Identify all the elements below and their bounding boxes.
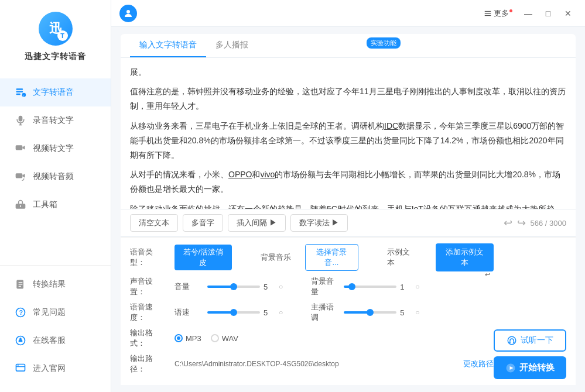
speed-slider[interactable] [207,311,260,314]
number-read-button[interactable]: 数字读法 ▶ [290,214,348,232]
svg-rect-8 [16,145,23,150]
speed-label: 语速 [175,307,198,318]
volume-label: 音量 [175,281,198,292]
svg-point-27 [508,336,516,345]
minimize-button[interactable]: — [519,5,537,22]
settings-left: 语音类型： 若兮/活泼俏皮 背景音乐 选择背景音... 示例文本 [130,243,494,379]
experiment-badge: 实验功能 [367,37,401,49]
add-example-button[interactable]: 添加示例文本 [436,243,494,271]
convert-label: 开始转换 [519,362,555,373]
svg-rect-29 [513,342,514,343]
mp3-radio[interactable] [175,334,183,342]
tab-text-to-speech[interactable]: 输入文字转语音 [130,34,206,57]
toolbox-icon [14,198,27,211]
titlebar: 更多 — □ ✕ [111,0,585,27]
text-content-p2: 值得注意的是，韩钟照并没有移动业务的经验，这也对应了今年11月三星电子刚刚推出的… [130,84,566,114]
sound-setting-label: 声音设置： [130,276,165,297]
svg-rect-0 [16,88,23,90]
video-to-text-icon [14,142,27,155]
svg-rect-1 [16,91,23,93]
content-area: 输入文字转语音 多人播报 实验功能 展。 值得注意的是，韩钟照并没有移动业务的经… [111,27,585,392]
mp3-label: MP3 [186,334,201,343]
undo-redo-group: ↩ ↪ [504,216,526,229]
listen-button[interactable]: 试听一下 [494,329,566,352]
sidebar-item-online-service[interactable]: 在线客服 [0,326,111,355]
sidebar-item-label-video-to-text: 视频转文字 [33,143,74,154]
settings-row-5: 输出路径： C:\Users\Administrator.DESKTOP-4SG… [130,353,494,374]
tab-multi-broadcast[interactable]: 多人播报 [206,34,258,57]
wav-label: WAV [222,334,238,343]
titlebar-left [119,5,479,22]
sidebar-item-video-to-audio[interactable]: 视频转音频 [0,163,111,191]
sidebar-item-label-convert-result: 转换结果 [33,279,66,290]
user-avatar [119,5,137,22]
host-tone-slider[interactable] [344,311,396,314]
more-label: 更多 [494,8,509,19]
select-music-button[interactable]: 选择背景音... [305,244,358,271]
volume-slider[interactable] [207,286,260,288]
sidebar-item-convert-result[interactable]: 转换结果 [0,270,111,298]
sidebar-item-official-site[interactable]: 进入官网 [0,355,111,383]
sidebar-item-toolbox[interactable]: 工具箱 [0,191,111,219]
logo-circle: 迅 T [39,12,73,46]
main-area: 更多 — □ ✕ 输入文字转语音 多人播报 实验功能 展。 值得注意的是，韩钟照… [111,0,585,392]
settings-row-4: 输出格式： MP3 WAV [130,328,494,349]
logo-sub: T [57,30,68,41]
text-panel[interactable]: 展。 值得注意的是，韩钟照并没有移动业务的经验，这也对应了今年11月三星电子刚刚… [121,58,576,209]
wav-radio[interactable] [211,334,219,342]
listen-label: 试听一下 [521,335,553,346]
more-button[interactable]: 更多 [479,6,517,21]
sidebar-item-video-to-text[interactable]: 视频转文字 [0,135,111,163]
sidebar-item-label-faq: 常见问题 [33,307,66,318]
bg-volume-label: 背景音量 [311,276,334,297]
maximize-button[interactable]: □ [539,5,557,22]
path-value: C:\Users\Administrator.DESKTOP-4SG5026\d… [175,360,454,368]
volume-slider-container: 5 ○ [207,283,283,291]
format-wav[interactable]: WAV [211,334,238,343]
polyphone-button[interactable]: 多音字 [183,214,223,232]
sidebar-item-audio-to-text[interactable]: 录音转文字 [0,106,111,135]
convert-button[interactable]: 开始转换 [494,356,566,379]
host-tone-value: 5 [400,308,412,317]
app-logo: 迅 T 迅捷文字转语音 [25,12,86,62]
voice-type-button[interactable]: 若兮/活泼俏皮 [175,245,232,270]
text-content-p1: 展。 [130,65,566,80]
volume-value: 5 [264,283,275,291]
clear-text-button[interactable]: 清空文本 [130,214,178,232]
sidebar-item-faq[interactable]: ? 常见问题 [0,298,111,326]
change-path-button[interactable]: 更改路径 [463,359,494,369]
redo-button[interactable]: ↪ [517,216,526,229]
char-count: 566 / 3000 [531,219,566,228]
bg-volume-slider[interactable] [344,286,396,288]
svg-rect-9 [16,173,23,178]
sidebar-item-label-online-service: 在线客服 [33,335,66,346]
sidebar-bottom: 转换结果 ? 常见问题 在线客服 [0,270,111,392]
settings-row-2: 声音设置： 音量 5 ○ 背景音量 [130,276,494,297]
speed-slider-container: 5 ○ [207,308,283,317]
bg-volume-slider-container: 1 ○ [344,283,419,291]
audio-to-text-icon [14,114,27,127]
bg-music-label: 背景音乐 [261,252,296,263]
tab-multi-broadcast-label: 多人播报 [215,40,248,49]
text-to-speech-icon: ♪ [14,86,27,99]
close-button[interactable]: ✕ [559,5,577,22]
sidebar-item-text-to-speech[interactable]: ♪ 文字转语音 [0,78,111,106]
tabs-bar: 输入文字转语音 多人播报 实验功能 [121,34,576,58]
sidebar-nav: ♪ 文字转语音 录音转文字 视频 [0,78,111,265]
text-content-p5: 除了移动业务面临的挑战，还有一个新的趋势是，随着5G时代的到来，手机与IoT设备… [130,202,566,210]
undo-button[interactable]: ↩ [504,216,512,229]
toolbar: 清空文本 多音字 插入间隔 ▶ 数字读法 ▶ ↩ ↪ 566 / 3000 [121,209,576,237]
format-mp3[interactable]: MP3 [175,334,201,343]
format-label: 输出格式： [130,328,165,349]
svg-rect-5 [19,116,23,122]
sidebar-item-label-toolbox: 工具箱 [33,200,57,210]
svg-rect-28 [509,342,511,343]
svg-rect-2 [16,94,21,95]
sidebar-item-label-text-to-speech: 文字转语音 [33,87,74,98]
notification-dot [509,9,512,12]
host-tone-label: 主播语调 [311,302,334,323]
convert-result-icon [14,278,27,291]
svg-point-19 [19,338,21,339]
insert-gap-button[interactable]: 插入间隔 ▶ [228,214,286,232]
app-name: 迅捷文字转语音 [25,51,86,62]
